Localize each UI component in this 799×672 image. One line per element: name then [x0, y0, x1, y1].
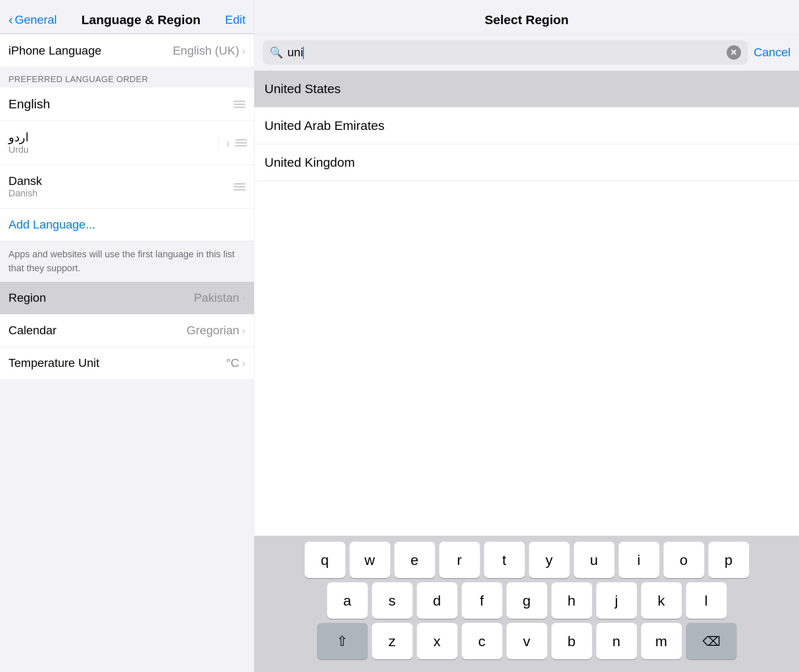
text-cursor [303, 47, 304, 59]
chevron-right-icon: › [242, 44, 245, 58]
chevron-right-icon-region: › [242, 292, 245, 305]
add-language-row[interactable]: Add Language... [0, 209, 254, 241]
temperature-label: Temperature Unit [8, 356, 99, 370]
back-label: General [15, 13, 57, 27]
key-t[interactable]: t [484, 542, 525, 578]
right-panel: Select Region 🔍 uni ✕ Cancel United Stat… [254, 0, 799, 672]
drag-handle-english[interactable] [234, 101, 245, 108]
search-icon: 🔍 [270, 46, 283, 59]
key-i[interactable]: i [619, 542, 659, 578]
region-value-wrap: Pakistan › [194, 291, 245, 305]
temperature-value-wrap: °C › [226, 356, 245, 370]
keyboard: q w e r t y u i o p a s d f g h j k l ⇧ [254, 536, 799, 672]
search-field[interactable]: 🔍 uni ✕ [263, 40, 748, 65]
result-row-united-states[interactable]: United States [254, 71, 799, 107]
keyboard-row-3: ⇧ z x c v b n m ⌫ [258, 623, 796, 659]
chevron-right-icon-calendar: › [242, 324, 245, 337]
lang-native-urdu: اردو [8, 130, 213, 144]
key-m[interactable]: m [641, 623, 682, 659]
key-k[interactable]: k [641, 582, 682, 619]
key-r[interactable]: r [439, 542, 480, 578]
cancel-button[interactable]: Cancel [754, 46, 791, 59]
key-q[interactable]: q [305, 542, 345, 578]
calendar-value: Gregorian [187, 324, 240, 337]
key-z[interactable]: z [372, 623, 413, 659]
key-x[interactable]: x [417, 623, 457, 659]
chevron-right-icon-urdu: › [226, 136, 230, 150]
lang-row-urdu[interactable]: اردو Urdu › [0, 121, 254, 165]
select-region-title: Select Region [485, 13, 568, 27]
lang-name-english: English [8, 97, 50, 111]
region-value: Pakistan [194, 291, 239, 305]
key-v[interactable]: v [507, 623, 547, 659]
key-o[interactable]: o [664, 542, 704, 578]
key-p[interactable]: p [708, 542, 749, 578]
key-n[interactable]: n [596, 623, 637, 659]
region-label: Region [8, 291, 46, 305]
key-b[interactable]: b [551, 623, 592, 659]
search-input[interactable]: uni [287, 46, 722, 60]
backspace-key[interactable]: ⌫ [686, 623, 737, 659]
preferred-language-header: PREFERRED LANGUAGE ORDER [0, 67, 254, 88]
edit-button[interactable]: Edit [225, 13, 245, 27]
search-value: uni [287, 46, 303, 59]
key-h[interactable]: h [551, 582, 592, 619]
region-row[interactable]: Region Pakistan › [0, 282, 254, 314]
key-d[interactable]: d [417, 582, 457, 619]
iphone-language-value: English (UK) [173, 44, 239, 58]
language-hint: Apps and websites will use the first lan… [0, 241, 254, 281]
lang-row-english[interactable]: English [0, 88, 254, 121]
urdu-row-inner: اردو Urdu › [0, 121, 254, 165]
back-button[interactable]: ‹ General [8, 12, 57, 28]
key-l[interactable]: l [686, 582, 727, 619]
settings-bottom-group: Region Pakistan › Calendar Gregorian › T… [0, 282, 254, 379]
key-y[interactable]: y [529, 542, 570, 578]
lang-sub-urdu: Urdu [8, 144, 213, 155]
key-s[interactable]: s [372, 582, 413, 619]
key-g[interactable]: g [507, 582, 547, 619]
results-list: United States United Arab Emirates Unite… [254, 71, 799, 536]
backspace-icon: ⌫ [703, 634, 720, 649]
result-label-united-states: United States [264, 82, 341, 96]
dansk-left: Dansk Danish [8, 174, 234, 199]
result-label-uk: United Kingdom [264, 155, 355, 169]
result-row-united-kingdom[interactable]: United Kingdom [254, 144, 799, 181]
add-language-label: Add Language... [8, 218, 96, 231]
keyboard-row-2: a s d f g h j k l [258, 582, 796, 619]
key-f[interactable]: f [462, 582, 502, 619]
key-e[interactable]: e [394, 542, 435, 578]
close-icon: ✕ [730, 48, 737, 57]
clear-search-button[interactable]: ✕ [727, 45, 741, 60]
key-j[interactable]: j [596, 582, 637, 619]
iphone-language-value-wrap: English (UK) › [173, 44, 245, 58]
key-w[interactable]: w [350, 542, 390, 578]
temperature-row[interactable]: Temperature Unit °C › [0, 347, 254, 379]
drag-handle-urdu[interactable] [235, 139, 247, 146]
chevron-right-icon-temp: › [242, 357, 245, 370]
page-title: Language & Region [81, 13, 201, 27]
nav-bar: ‹ General Language & Region Edit [0, 0, 254, 34]
iphone-language-row[interactable]: iPhone Language English (UK) › [0, 35, 254, 67]
key-a[interactable]: a [327, 582, 368, 619]
temperature-value: °C [226, 356, 239, 370]
iphone-language-label: iPhone Language [8, 44, 102, 58]
drag-handle-dansk[interactable] [234, 183, 245, 190]
lang-native-dansk: Dansk [8, 174, 234, 188]
keyboard-row-1: q w e r t y u i o p [258, 542, 796, 578]
key-u[interactable]: u [574, 542, 614, 578]
select-region-header: Select Region [254, 0, 799, 34]
chevron-left-icon: ‹ [8, 12, 13, 28]
left-panel: ‹ General Language & Region Edit iPhone … [0, 0, 254, 672]
calendar-value-wrap: Gregorian › [187, 324, 245, 337]
lang-sub-dansk: Danish [8, 188, 234, 199]
calendar-label: Calendar [8, 324, 57, 337]
language-list: English اردو Urdu › [0, 88, 254, 209]
urdu-disclosure[interactable]: › [218, 136, 254, 150]
shift-key[interactable]: ⇧ [317, 623, 368, 659]
key-c[interactable]: c [462, 623, 502, 659]
lang-row-dansk[interactable]: Dansk Danish [0, 165, 254, 209]
shift-icon: ⇧ [336, 633, 348, 649]
calendar-row[interactable]: Calendar Gregorian › [0, 314, 254, 347]
result-row-united-arab-emirates[interactable]: United Arab Emirates [254, 107, 799, 144]
search-bar-row: 🔍 uni ✕ Cancel [254, 34, 799, 71]
